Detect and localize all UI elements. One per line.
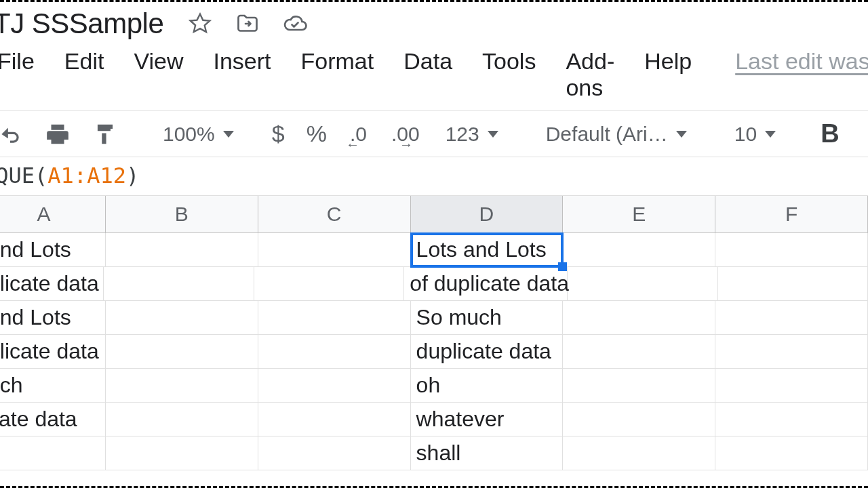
- cell-D6[interactable]: whatever: [411, 403, 564, 436]
- cell-C5[interactable]: [258, 369, 411, 403]
- cell-E4[interactable]: [563, 335, 715, 369]
- cell-E1[interactable]: [563, 233, 715, 267]
- table-row: plicate dataof duplicate data: [0, 267, 868, 301]
- formula-bar[interactable]: IQUE(A1:A12): [0, 157, 868, 196]
- cell-B3[interactable]: [106, 301, 258, 335]
- cell-B1[interactable]: [106, 233, 258, 267]
- column-header-A[interactable]: A: [0, 196, 106, 232]
- cell-E6[interactable]: [563, 403, 715, 436]
- column-header-D[interactable]: D: [411, 196, 564, 232]
- font-value: Default (Ari…: [546, 123, 668, 146]
- number-format-dropdown[interactable]: 123: [432, 123, 512, 146]
- cell-A4[interactable]: plicate data: [0, 335, 106, 369]
- column-header-C[interactable]: C: [258, 196, 411, 232]
- paint-format-button[interactable]: [81, 121, 129, 147]
- cell-D7[interactable]: shall: [411, 436, 564, 470]
- table-row: cate datawhatever: [0, 403, 868, 436]
- column-header-B[interactable]: B: [106, 196, 258, 232]
- chevron-down-icon: [223, 131, 234, 138]
- cell-F5[interactable]: [715, 369, 868, 403]
- cell-B6[interactable]: [106, 403, 258, 436]
- formula-prefix: IQUE(: [0, 163, 47, 188]
- cell-B4[interactable]: [106, 335, 258, 369]
- cell-E3[interactable]: [563, 301, 715, 335]
- font-size-dropdown[interactable]: 10: [721, 123, 789, 146]
- cell-A3[interactable]: and Lots: [0, 301, 106, 335]
- font-dropdown[interactable]: Default (Ari…: [532, 123, 701, 146]
- table-row: shall: [0, 436, 868, 470]
- cell-B5[interactable]: [106, 369, 258, 403]
- table-row: and LotsLots and Lots: [0, 233, 868, 267]
- chevron-down-icon: [765, 131, 776, 138]
- cell-F4[interactable]: [715, 335, 868, 369]
- selection-handle[interactable]: [558, 262, 567, 271]
- cell-C1[interactable]: [258, 233, 411, 267]
- cell-A6[interactable]: cate data: [0, 403, 106, 436]
- cell-B7[interactable]: [106, 436, 258, 470]
- last-edit-link[interactable]: Last edit was se: [735, 48, 868, 75]
- increase-decimal-button[interactable]: .00→: [379, 123, 432, 146]
- cell-C7[interactable]: [258, 436, 411, 470]
- cell-A5[interactable]: uch: [0, 369, 106, 403]
- cell-A2[interactable]: plicate data: [0, 267, 104, 301]
- formula-range-ref: A1:A12: [47, 163, 126, 188]
- cloud-saved-icon[interactable]: [283, 12, 307, 36]
- cell-E7[interactable]: [563, 436, 715, 470]
- cell-E5[interactable]: [563, 369, 715, 403]
- cell-E2[interactable]: [568, 267, 717, 301]
- menu-format[interactable]: Format: [301, 48, 374, 75]
- cell-C2[interactable]: [254, 267, 404, 301]
- cell-F7[interactable]: [715, 436, 868, 470]
- number-format-value: 123: [446, 123, 479, 146]
- menu-view[interactable]: View: [134, 48, 183, 75]
- menu-bar: File Edit View Insert Format Data Tools …: [0, 45, 868, 110]
- menu-data[interactable]: Data: [403, 48, 452, 75]
- table-row: uchoh: [0, 369, 868, 403]
- cell-F3[interactable]: [715, 301, 868, 335]
- cell-D5[interactable]: oh: [411, 369, 564, 403]
- cell-D4[interactable]: duplicate data: [411, 335, 564, 369]
- star-icon[interactable]: [188, 12, 212, 36]
- cell-F1[interactable]: [715, 233, 868, 267]
- move-folder-icon[interactable]: [235, 12, 260, 36]
- toolbar: 100% $ % .0← .00→ 123 Default (Ari… 10 B: [0, 111, 868, 157]
- column-header-F[interactable]: F: [715, 196, 868, 232]
- cell-A1[interactable]: and Lots: [0, 233, 106, 267]
- column-header-E[interactable]: E: [563, 196, 715, 232]
- menu-addons[interactable]: Add-ons: [566, 48, 614, 101]
- bold-button[interactable]: B: [810, 119, 850, 148]
- menu-edit[interactable]: Edit: [64, 48, 104, 75]
- font-size-value: 10: [734, 123, 757, 146]
- spreadsheet-grid: A B C D E F and LotsLots and Lotsplicate…: [0, 196, 868, 470]
- currency-button[interactable]: $: [261, 121, 296, 147]
- title-bar: TJ SSSample: [0, 2, 868, 45]
- menu-insert[interactable]: Insert: [213, 48, 271, 75]
- formula-suffix: ): [126, 163, 139, 188]
- menu-tools[interactable]: Tools: [482, 48, 536, 75]
- document-title[interactable]: TJ SSSample: [0, 7, 163, 40]
- undo-button[interactable]: [0, 121, 34, 147]
- decrease-decimal-button[interactable]: .0←: [338, 123, 379, 146]
- cell-D2[interactable]: of duplicate data: [404, 267, 568, 301]
- cell-D1[interactable]: Lots and Lots: [411, 233, 564, 267]
- percent-button[interactable]: %: [296, 121, 338, 147]
- cell-C4[interactable]: [258, 335, 411, 369]
- cell-C3[interactable]: [258, 301, 411, 335]
- cell-F6[interactable]: [715, 403, 868, 436]
- cell-A7[interactable]: [0, 436, 106, 470]
- menu-file[interactable]: File: [0, 48, 35, 75]
- cell-F2[interactable]: [718, 267, 868, 301]
- chevron-down-icon: [676, 131, 687, 138]
- zoom-value: 100%: [163, 123, 215, 146]
- zoom-dropdown[interactable]: 100%: [149, 123, 248, 146]
- grid-body: and LotsLots and Lotsplicate dataof dupl…: [0, 233, 868, 470]
- menu-help[interactable]: Help: [644, 48, 692, 75]
- chevron-down-icon: [488, 131, 498, 138]
- print-button[interactable]: [34, 121, 81, 147]
- column-headers: A B C D E F: [0, 196, 868, 233]
- cell-B2[interactable]: [104, 267, 254, 301]
- cell-C6[interactable]: [258, 403, 411, 436]
- cell-D3[interactable]: So much: [411, 301, 564, 335]
- table-row: plicate dataduplicate data: [0, 335, 868, 369]
- table-row: and LotsSo much: [0, 301, 868, 335]
